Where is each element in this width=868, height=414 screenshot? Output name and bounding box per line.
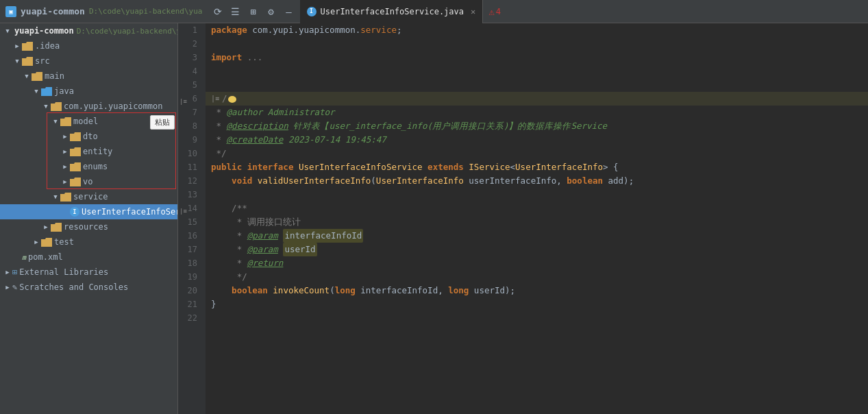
- arrow-uiservice: [60, 207, 70, 217]
- code-line-22: [206, 311, 868, 325]
- ln-12: 12: [178, 174, 201, 188]
- tab-userinterface[interactable]: I UserInterfaceInfoService.java ✕: [300, 0, 484, 23]
- arrow-scratches: ▶: [3, 282, 12, 292]
- sidebar-item-root[interactable]: ▼ yuapi-common D:\code\yuapi-backend\yua: [0, 23, 177, 38]
- ext-libs-label: External Libraries: [19, 267, 108, 277]
- code-line-5: [206, 78, 868, 92]
- folder-icon-src: [22, 57, 33, 66]
- ln-11: 11: [178, 160, 201, 174]
- code-line-1: package com.yupi.yuapicommon.service;: [206, 23, 868, 37]
- ln-6: |≡6: [178, 92, 201, 106]
- folder-icon-entity: [70, 147, 81, 156]
- paste-tooltip: 粘贴: [150, 115, 175, 130]
- resources-label: resources: [64, 222, 108, 232]
- package-label: com.yupi.yuapicommon: [64, 101, 163, 111]
- sync-icon[interactable]: ⟳: [212, 6, 223, 17]
- ln-5: 5: [178, 78, 201, 92]
- code-line-14: /**: [206, 202, 868, 215]
- scratches-label: Scratches and Consoles: [19, 282, 128, 292]
- folder-icon-package: [51, 102, 62, 111]
- ln-16: 16: [178, 229, 201, 243]
- sidebar-item-pom[interactable]: m pom.xml: [0, 249, 177, 265]
- sidebar-item-dto[interactable]: ▶ dto: [0, 129, 177, 144]
- ln-17: 17: [178, 243, 201, 256]
- minus-icon[interactable]: —: [284, 6, 295, 17]
- title-bar: ▣ yuapi-common D:\code\yuapi-backend\yua…: [0, 0, 868, 23]
- sidebar-item-package[interactable]: ▼ com.yupi.yuapicommon: [0, 99, 177, 114]
- scratch-icon: ✎: [12, 282, 17, 292]
- sidebar-item-idea[interactable]: ▶ .idea: [0, 38, 177, 53]
- code-line-2: [206, 37, 868, 51]
- vo-label: vo: [83, 177, 92, 186]
- sidebar-item-scratches[interactable]: ▶ ✎ Scratches and Consoles: [0, 280, 177, 295]
- sidebar-item-userinterfaceinfoservice[interactable]: I UserInterfaceInfoService: [0, 204, 177, 219]
- red-border-section: ▼ model ▶ dto ▶: [0, 114, 177, 189]
- entity-label: entity: [83, 147, 112, 156]
- ln-2: 2: [178, 37, 201, 51]
- arrow-test: ▶: [32, 237, 41, 247]
- arrow-vo: ▶: [60, 177, 70, 186]
- sidebar-item-main[interactable]: ▼ main: [0, 69, 177, 84]
- main-area: ▼ yuapi-common D:\code\yuapi-backend\yua…: [0, 23, 868, 414]
- sidebar-item-src[interactable]: ▼ src: [0, 53, 177, 69]
- sidebar-item-vo[interactable]: ▶ vo: [0, 174, 177, 189]
- folder-icon-vo: [70, 178, 81, 186]
- sidebar-item-entity[interactable]: ▶ entity: [0, 144, 177, 159]
- sidebar-item-resources[interactable]: ▶ resources: [0, 219, 177, 234]
- ln-4: 4: [178, 64, 201, 78]
- arrow-model: ▼: [51, 117, 60, 126]
- folder-icon-resources: [51, 223, 62, 232]
- code-line-8: * @description 针对表【user_interface_info(用…: [206, 119, 868, 133]
- ln-7: 7: [178, 106, 201, 119]
- ln-9: 9: [178, 133, 201, 147]
- code-line-4: [206, 64, 868, 78]
- arrow-dto: ▶: [60, 132, 70, 141]
- folder-icon-main: [32, 72, 42, 81]
- ln-8: 8: [178, 119, 201, 133]
- tab-close-icon[interactable]: ✕: [471, 7, 475, 16]
- arrow-service: ▼: [51, 192, 60, 202]
- code-line-10: */: [206, 147, 868, 160]
- ln-10: 10: [178, 147, 201, 160]
- error-badge: ⚠ 4: [488, 6, 501, 17]
- src-label: src: [35, 56, 50, 66]
- sidebar-item-java[interactable]: ▼ java: [0, 84, 177, 99]
- sidebar-item-enums[interactable]: ▶ enums: [0, 159, 177, 174]
- project-path: D:\code\yuapi-backend\yua: [89, 7, 203, 16]
- sidebar-item-service[interactable]: ▼ service: [0, 189, 177, 204]
- code-lines[interactable]: package com.yupi.yuapicommon.service; im…: [206, 23, 868, 414]
- code-line-11: public interface UserInterfaceInfoServic…: [206, 160, 868, 174]
- dto-label: dto: [83, 132, 98, 141]
- main-label: main: [45, 71, 64, 81]
- java-icon-uiservice: I: [70, 207, 79, 217]
- root-label: yuapi-common: [14, 26, 74, 36]
- error-count: 4: [496, 7, 501, 16]
- ln-13: 13: [178, 188, 201, 202]
- folder-icon-service: [60, 193, 71, 202]
- folder-icon-idea: [22, 42, 33, 51]
- ext-libs-icon: ⊞: [12, 267, 17, 277]
- layout-icon[interactable]: ⊞: [248, 6, 259, 17]
- tab-label: UserInterfaceInfoService.java: [321, 7, 464, 16]
- code-line-7: * @author Administrator: [206, 106, 868, 119]
- arrow-idea: ▶: [12, 41, 22, 51]
- code-line-21: }: [206, 297, 868, 311]
- code-line-18: * @return: [206, 256, 868, 270]
- sidebar-item-ext-libs[interactable]: ▶ ⊞ External Libraries: [0, 265, 177, 280]
- arrow-ext: ▶: [3, 267, 12, 277]
- code-line-17: * @param userId: [206, 243, 868, 256]
- arrow-main: ▼: [22, 71, 32, 81]
- code-line-16: * @param interfaceInfoId: [206, 229, 868, 243]
- title-bar-icons: ⟳ ☰ ⊞ ⚙ —: [212, 6, 295, 17]
- pom-label: pom.xml: [28, 252, 63, 262]
- uiservice-label: UserInterfaceInfoService: [82, 207, 178, 217]
- arrow-enums: ▶: [60, 162, 70, 171]
- folder-icon-java: [41, 87, 52, 96]
- ln-22: 22: [178, 311, 201, 325]
- structure-icon[interactable]: ☰: [230, 6, 241, 17]
- folder-icon-test: [41, 238, 52, 247]
- settings-icon[interactable]: ⚙: [266, 6, 277, 17]
- sidebar-item-test[interactable]: ▶ test: [0, 234, 177, 249]
- service-label: service: [73, 192, 108, 202]
- code-area[interactable]: 1 2 3 4 5 |≡6 7 8 9 10 11 12 13 |≡14 15 …: [178, 23, 868, 414]
